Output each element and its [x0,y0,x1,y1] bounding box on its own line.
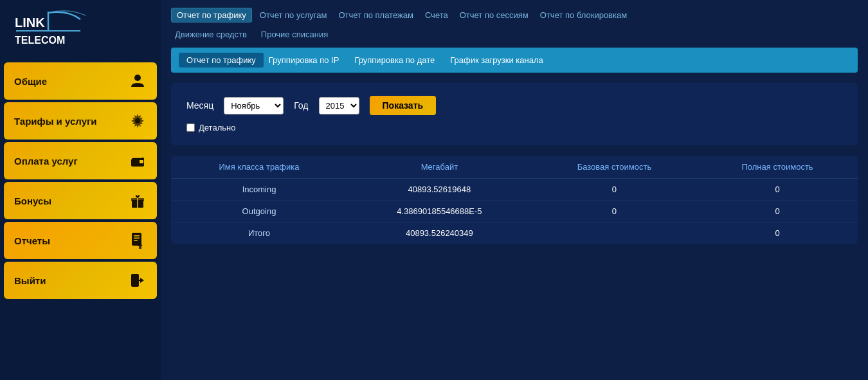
main-content: Отчет по трафику Отчет по услугам Отчет … [161,0,868,380]
top-nav-row2: Движение средств Прочие списания [171,28,858,41]
year-select[interactable]: 2013 2014 2015 2016 2017 [319,97,359,114]
svg-rect-13 [134,238,140,239]
sidebar-item-obshie[interactable]: Общие [4,62,157,100]
cell-full-cost: 0 [697,179,858,201]
table-row: Итого 40893.526240349 0 [171,222,858,244]
filter-group-month: Месяц Январь Февраль Март Апрель Май Июн… [186,97,284,114]
sidebar-item-vyyti[interactable]: Выйти [4,262,157,299]
cell-base-cost: 0 [532,179,697,201]
col-header-base-cost: Базовая стоимость [532,156,697,179]
tab-dvizhenie[interactable]: Движение средств [171,28,251,41]
data-table: Имя класса трафика Мегабайт Базовая стои… [171,156,858,244]
cell-base-cost: 0 [532,201,697,222]
month-select[interactable]: Январь Февраль Март Апрель Май Июнь Июль… [224,97,284,114]
user-icon [129,72,147,90]
cell-name: Итого [171,222,347,244]
col-header-full-cost: Полная стоимость [697,156,858,179]
wallet-icon [129,152,147,170]
svg-rect-14 [134,240,138,241]
logout-icon [129,271,147,289]
svg-rect-12 [134,235,140,237]
detail-label[interactable]: Детально [199,123,235,132]
filter-group-year: Год 2013 2014 2015 2016 2017 [294,97,359,114]
svg-text:TELECOM: TELECOM [15,35,65,46]
tab-sessii[interactable]: Отчет по сессиям [456,8,532,22]
sidebar-item-oplata[interactable]: Оплата услуг [4,142,157,179]
detail-checkbox[interactable] [186,123,195,132]
top-nav-row1: Отчет по трафику Отчет по услугам Отчет … [171,8,858,23]
report-icon [129,231,147,249]
cell-megabytes: 40893.52619648 [347,179,532,201]
filter-inner: Месяц Январь Февраль Март Апрель Май Июн… [186,96,436,132]
cell-megabytes: 4.38690185546688E-5 [347,201,532,222]
filter-row: Месяц Январь Февраль Март Апрель Май Июн… [186,96,436,115]
sub-tab-grafik[interactable]: График загрузки канала [450,53,554,68]
tab-uslugi[interactable]: Отчет по услугам [256,8,331,22]
month-label: Месяц [186,100,213,111]
tab-trafik[interactable]: Отчет по трафику [171,8,252,23]
sub-tab-grupdate[interactable]: Группировка по дате [354,53,445,68]
col-header-name: Имя класса трафика [171,156,347,179]
gear-icon [129,112,147,130]
tab-blokirovki[interactable]: Отчет по блокировкам [536,8,631,22]
year-label: Год [294,100,308,111]
col-header-megabytes: Мегабайт [347,156,532,179]
filter-area: Месяц Январь Февраль Март Апрель Май Июн… [171,83,858,145]
svg-rect-7 [140,160,143,163]
svg-point-4 [134,75,141,81]
cell-name: Incoming [171,179,347,201]
logo-area: LINK TELECOM [0,0,161,60]
sub-tabs: Отчет по трафику Группировка по IP Групп… [171,48,858,73]
nav-items: Общие Тарифы и услуги [0,60,161,302]
sidebar-item-tarify[interactable]: Тарифы и услуги [4,102,157,140]
sub-tab-grupip[interactable]: Группировка по IP [269,53,350,68]
table-row: Outgoing 4.38690185546688E-5 0 0 [171,201,858,222]
sub-tab-otchet[interactable]: Отчет по трафику [179,53,264,68]
show-button[interactable]: Показать [370,96,437,115]
table-row: Incoming 40893.52619648 0 0 [171,179,858,201]
tab-scheta[interactable]: Счета [421,8,452,22]
tab-prochie[interactable]: Прочие списания [257,28,332,41]
gift-icon [129,192,147,210]
tab-platezhi[interactable]: Отчет по платежам [334,8,417,22]
cell-full-cost: 0 [697,201,858,222]
sidebar-item-bonusy[interactable]: Бонусы [4,182,157,219]
detail-checkbox-group: Детально [186,123,436,132]
svg-text:LINK: LINK [15,15,45,30]
top-nav: Отчет по трафику Отчет по услугам Отчет … [171,8,858,41]
logo: LINK TELECOM [10,6,87,50]
sidebar: LINK TELECOM Общие Тарифы и услуги [0,0,161,380]
cell-megabytes: 40893.526240349 [347,222,532,244]
cell-name: Outgoing [171,201,347,222]
cell-full-cost: 0 [697,222,858,244]
sidebar-item-otchety[interactable]: Отчеты [4,222,157,259]
cell-base-cost [532,222,697,244]
